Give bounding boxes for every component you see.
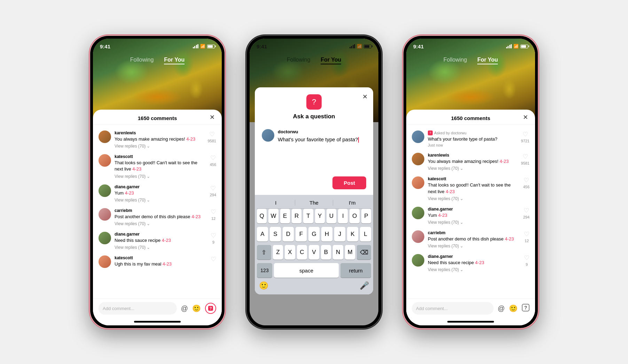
heart-icon[interactable]: ♡ xyxy=(209,130,215,138)
comment-text: Ugh this is my fav meal 4-23 xyxy=(115,261,207,267)
question-icon-3[interactable]: ? xyxy=(522,304,529,313)
comment-username: katescott xyxy=(115,154,206,159)
heart-icon[interactable]: ♡ xyxy=(524,176,529,184)
view-replies[interactable]: View replies (70) ⌄ xyxy=(428,244,520,248)
comment-content: karenlewis You always make amazing recip… xyxy=(428,153,518,171)
signal-icon-3 xyxy=(506,44,512,48)
key-j[interactable]: J xyxy=(334,227,345,242)
close-comments-1[interactable]: ✕ xyxy=(210,114,215,120)
view-replies[interactable]: View replies (70) ⌄ xyxy=(428,267,520,272)
view-replies[interactable]: View replies (70) ⌄ xyxy=(428,196,520,201)
avatar-5 xyxy=(99,232,111,244)
heart-icon[interactable]: ♡ xyxy=(211,232,216,239)
key-p[interactable]: P xyxy=(361,209,371,223)
key-o[interactable]: O xyxy=(350,209,359,223)
key-k[interactable]: K xyxy=(347,227,358,242)
key-l[interactable]: L xyxy=(360,227,371,242)
key-s[interactable]: S xyxy=(270,227,281,242)
comment-likes: ♡ 456 xyxy=(210,154,216,167)
battery-icon-1 xyxy=(207,45,215,48)
comments-list-3: ? Asked by doctorwu What's your favorite… xyxy=(406,125,535,298)
key-u[interactable]: U xyxy=(327,209,336,223)
suggestion-the[interactable]: The xyxy=(295,200,333,206)
comment-likes: ♡ 456 xyxy=(523,176,529,189)
view-replies[interactable]: View replies (70) ⌄ xyxy=(428,220,520,225)
comment-content: katescott That looks so good!! Can't wai… xyxy=(428,176,520,201)
key-m[interactable]: M xyxy=(345,245,355,260)
comment-item: diane.garner Need this sauce recipe 4-23… xyxy=(93,229,222,253)
key-t[interactable]: T xyxy=(303,209,313,223)
emoji-keyboard-icon[interactable]: 🙂 xyxy=(259,281,268,290)
key-b[interactable]: B xyxy=(321,245,331,260)
key-d[interactable]: D xyxy=(283,227,294,242)
key-g[interactable]: G xyxy=(308,227,320,242)
key-h[interactable]: H xyxy=(321,227,332,242)
key-x[interactable]: X xyxy=(285,245,295,260)
key-z[interactable]: Z xyxy=(273,245,283,260)
view-replies[interactable]: View replies (70) ⌄ xyxy=(115,221,207,226)
key-delete[interactable]: ⌫ xyxy=(357,245,371,260)
comment-content: carriebm Post another demo of this dish … xyxy=(115,208,207,226)
avatar-c2 xyxy=(412,176,424,189)
comment-content: carriebm Post another demo of this dish … xyxy=(428,230,520,248)
comment-content: diane.garner Need this sauce recipe 4-23… xyxy=(428,254,520,272)
heart-icon[interactable]: ♡ xyxy=(211,255,216,263)
view-replies[interactable]: View replies (70) ⌄ xyxy=(115,144,204,149)
heart-icon[interactable]: ♡ xyxy=(211,208,216,216)
comment-likes: ♡ 294 xyxy=(523,207,529,219)
tab-foryou-3[interactable]: For You xyxy=(477,57,498,64)
key-shift[interactable]: ⇧ xyxy=(257,245,271,260)
heart-icon[interactable]: ♡ xyxy=(524,254,529,262)
emoji-icon-1[interactable]: 🙂 xyxy=(192,304,201,312)
post-button[interactable]: Post xyxy=(332,176,366,189)
dialog-question-input[interactable]: What's your favorite type of pasta? xyxy=(278,136,366,143)
comment-text: Post another demo of this dish please 4-… xyxy=(428,236,520,242)
key-c[interactable]: C xyxy=(297,245,307,260)
comment-input-1[interactable]: Add comment... xyxy=(99,302,177,315)
key-v[interactable]: V xyxy=(309,245,319,260)
tab-following-3[interactable]: Following xyxy=(443,57,467,64)
heart-icon[interactable]: ♡ xyxy=(524,230,529,238)
phone-3: 9:41 📶 xyxy=(403,35,539,329)
key-f[interactable]: F xyxy=(296,227,307,242)
view-replies[interactable]: View replies (70) ⌄ xyxy=(428,166,518,171)
heart-icon[interactable]: ♡ xyxy=(523,153,528,160)
key-q[interactable]: Q xyxy=(257,209,267,223)
key-a[interactable]: A xyxy=(257,227,268,242)
key-i[interactable]: I xyxy=(338,209,348,223)
tab-foryou-1[interactable]: For You xyxy=(164,57,185,64)
dialog-close-button[interactable]: ✕ xyxy=(362,93,368,101)
view-replies[interactable]: View replies (70) ⌄ xyxy=(115,198,206,203)
dialog-input-area: doctorwu What's your favorite type of pa… xyxy=(255,124,373,149)
asked-by-tag: ? Asked by doctorwu xyxy=(428,130,518,135)
tab-following-1[interactable]: Following xyxy=(130,57,154,64)
key-r[interactable]: R xyxy=(292,209,301,223)
heart-icon[interactable]: ♡ xyxy=(210,184,216,192)
key-space[interactable]: space xyxy=(274,263,339,278)
view-replies[interactable]: View replies (70) ⌄ xyxy=(115,245,207,250)
likes-count: 456 xyxy=(523,185,529,189)
view-replies[interactable]: View replies (70) ⌄ xyxy=(115,174,206,179)
mention-icon-1[interactable]: @ xyxy=(181,304,188,312)
key-y[interactable]: Y xyxy=(315,209,325,223)
question-icon-1[interactable]: ? xyxy=(205,303,216,314)
mention-icon-3[interactable]: @ xyxy=(498,304,505,312)
close-comments-3[interactable]: ✕ xyxy=(523,114,528,120)
heart-icon[interactable]: ♡ xyxy=(210,154,216,162)
comment-text: You always make amazing recipes! 4-23 xyxy=(115,136,204,142)
key-n[interactable]: N xyxy=(333,245,343,260)
phone-1: 9:41 📶 xyxy=(89,35,225,329)
heart-icon[interactable]: ♡ xyxy=(524,207,529,214)
comment-input-3[interactable]: Add comment... xyxy=(412,302,494,315)
key-123[interactable]: 123 xyxy=(257,263,272,278)
key-w[interactable]: W xyxy=(268,209,278,223)
heart-icon[interactable]: ♡ xyxy=(523,130,528,138)
comment-item: karenlewis You always make amazing recip… xyxy=(93,128,222,151)
key-e[interactable]: E xyxy=(280,209,290,223)
suggestion-i[interactable]: I xyxy=(257,200,295,206)
suggestion-im[interactable]: I'm xyxy=(333,200,371,206)
dialog-header: ✕ ? Ask a question xyxy=(255,87,373,124)
key-return[interactable]: return xyxy=(340,263,371,278)
microphone-icon[interactable]: 🎤 xyxy=(360,281,369,290)
emoji-icon-3[interactable]: 🙂 xyxy=(509,304,518,312)
